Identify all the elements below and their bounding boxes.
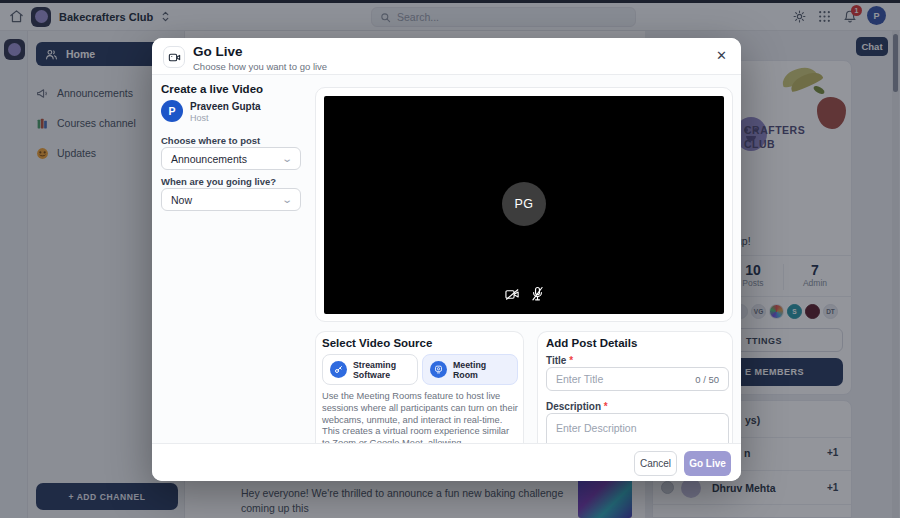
where-to-post-label: Choose where to post	[161, 135, 260, 146]
webcam-icon	[430, 361, 447, 378]
title-input[interactable]	[556, 373, 695, 385]
when-live-select[interactable]: Now ⌄	[161, 188, 301, 211]
streaming-software-label: Streaming Software	[353, 360, 410, 380]
video-preview-card: PG	[315, 87, 733, 322]
video-source-description: Use the Meeting Rooms feature to host li…	[322, 391, 518, 450]
title-label: Title *	[546, 355, 573, 366]
post-details-card: Add Post Details Title * 0 / 50 Descript…	[537, 331, 733, 443]
video-camera-icon	[163, 46, 185, 68]
required-asterisk: *	[569, 355, 573, 366]
video-preview: PG	[324, 96, 724, 314]
chevron-down-icon: ⌄	[281, 153, 293, 164]
app-screen: Bakecrafters Club 1 P Home Announcements	[0, 0, 900, 518]
video-source-heading: Select Video Source	[322, 337, 432, 349]
title-input-wrap: 0 / 50	[546, 367, 729, 391]
preview-avatar: PG	[502, 182, 546, 226]
host-name: Praveen Gupta	[190, 101, 261, 112]
chevron-down-icon: ⌄	[281, 194, 293, 205]
modal-footer: Cancel Go Live	[152, 443, 741, 481]
camera-off-icon[interactable]	[505, 288, 520, 301]
when-live-label: When are you going live?	[161, 176, 276, 187]
video-source-card: Select Video Source Streaming Software M…	[315, 331, 524, 443]
modal-subtitle: Choose how you want to go live	[193, 61, 327, 72]
create-live-heading: Create a live Video	[161, 83, 263, 95]
go-live-button[interactable]: Go Live	[684, 451, 731, 476]
modal-header: Go Live Choose how you want to go live ✕	[152, 38, 741, 75]
title-char-counter: 0 / 50	[695, 374, 719, 385]
description-label: Description *	[546, 401, 608, 412]
when-live-value: Now	[171, 194, 192, 206]
key-icon	[330, 361, 347, 378]
cancel-button[interactable]: Cancel	[634, 451, 677, 476]
modal-title: Go Live	[193, 44, 243, 59]
close-icon[interactable]: ✕	[716, 48, 727, 63]
meeting-room-option[interactable]: Meeting Room	[422, 354, 518, 385]
streaming-software-option[interactable]: Streaming Software	[322, 354, 418, 385]
title-label-text: Title	[546, 355, 566, 366]
description-label-text: Description	[546, 401, 601, 412]
required-asterisk: *	[604, 401, 608, 412]
post-details-heading: Add Post Details	[546, 337, 637, 349]
host-avatar: P	[161, 100, 183, 122]
host-role: Host	[190, 113, 209, 123]
go-live-modal: Go Live Choose how you want to go live ✕…	[152, 38, 741, 481]
mic-off-icon[interactable]	[531, 286, 544, 302]
meeting-room-label: Meeting Room	[453, 360, 510, 380]
description-input[interactable]	[546, 413, 729, 443]
where-to-post-value: Announcements	[171, 153, 247, 165]
where-to-post-select[interactable]: Announcements ⌄	[161, 147, 301, 170]
